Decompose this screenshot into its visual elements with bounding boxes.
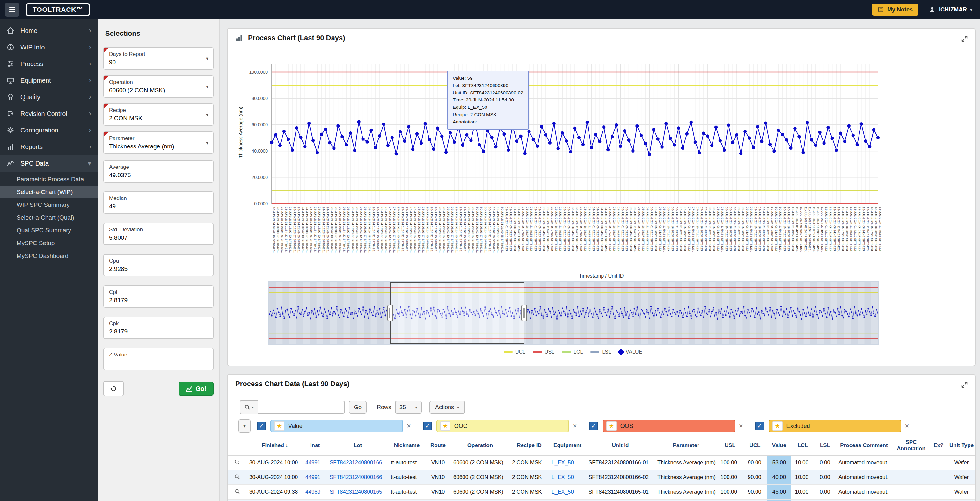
select-field-days-to-report[interactable]: Days to Report90▾ [103, 47, 213, 70]
row-detail-icon[interactable] [228, 485, 247, 499]
sidebar-subitem-myspc-setup[interactable]: MySPC Setup [0, 237, 97, 249]
filter-chip-ooc[interactable]: ★OOC [436, 420, 569, 432]
my-notes-button[interactable]: My Notes [872, 3, 918, 16]
column-header-ex[interactable]: Ex? [930, 436, 947, 455]
legend-item-lsl[interactable]: LSL [590, 349, 611, 355]
menu-toggle-button[interactable] [5, 3, 19, 17]
sidebar-item-configuration[interactable]: Configuration› [0, 122, 97, 139]
filter-checkbox[interactable]: ✓ [423, 421, 432, 431]
remove-filter-icon[interactable]: × [739, 422, 743, 430]
column-header-lcl[interactable]: LCL [791, 436, 814, 455]
column-header-usl[interactable]: USL [717, 436, 743, 455]
column-header-nickname[interactable]: Nickname [388, 436, 425, 455]
column-header-lot[interactable]: Lot [327, 436, 388, 455]
cell-inst[interactable]: 44991 [303, 470, 327, 485]
select-field-parameter[interactable]: ParameterThickness Average (nm)▾ [103, 131, 213, 154]
filter-chip-excluded[interactable]: ★Excluded [768, 420, 901, 432]
search-go-button[interactable]: Go [349, 401, 367, 413]
column-header-equipment[interactable]: Equipment [549, 436, 586, 455]
navigator-handle[interactable] [388, 305, 393, 321]
select-field-operation[interactable]: Operation60600 (2 CON MSK)▾ [103, 75, 213, 97]
svg-text:28-JUN-2024 05:03:27 SFT8423..: 28-JUN-2024 05:03:27 SFT8423.. [422, 207, 425, 253]
column-header-parameter[interactable]: Parameter [655, 436, 717, 455]
svg-text:28-JUN-2024 08:24:45 SFT8423..: 28-JUN-2024 08:24:45 SFT8423.. [426, 207, 430, 253]
legend-item-value[interactable]: VALUE [619, 349, 642, 355]
sidebar-subitem-qual-spc-summary[interactable]: Qual SPC Summary [0, 224, 97, 237]
sidebar-subitem-select-a-chart-qual[interactable]: Select-a-Chart (Qual) [0, 211, 97, 224]
column-header-inst[interactable]: Inst [303, 436, 327, 455]
search-options-button[interactable]: ▾ [240, 400, 258, 414]
table-row[interactable]: 30-AUG-2024 09:3844989SFT84231240800165t… [228, 499, 975, 501]
search-input[interactable] [258, 401, 345, 413]
sidebar-item-home[interactable]: Home› [0, 22, 97, 39]
remove-filter-icon[interactable]: × [573, 422, 577, 430]
topbar-right: My Notes ICHIZMAR ▾ [872, 3, 972, 16]
cell-lot[interactable]: SFT84231240800165 [327, 485, 388, 499]
remove-filter-icon[interactable]: × [407, 422, 411, 430]
row-detail-icon[interactable] [228, 455, 247, 470]
sidebar-item-spc-data[interactable]: SPC Data▾ [0, 155, 97, 172]
actions-button[interactable]: Actions ▾ [430, 401, 465, 413]
sidebar-subitem-parametric-process-data[interactable]: Parametric Process Data [0, 173, 97, 186]
column-header-route[interactable]: Route [425, 436, 451, 455]
expand-icon[interactable] [960, 380, 969, 391]
column-header-spc-annotation[interactable]: SPC Annotation [892, 436, 930, 455]
cell-lot[interactable]: SFT84231240800166 [327, 455, 388, 470]
chart-navigator[interactable] [269, 281, 879, 345]
sidebar-subitem-myspc-dashboard[interactable]: MySPC Dashboard [0, 249, 97, 262]
table-row[interactable]: 30-AUG-2024 10:0044991SFT84231240800166t… [228, 455, 975, 470]
sidebar-item-reports[interactable]: Reports› [0, 139, 97, 155]
cell-lot[interactable]: SFT84231240800166 [327, 470, 388, 485]
filter-chip-value[interactable]: ★Value [270, 420, 403, 432]
cell-inst[interactable]: 44989 [303, 485, 327, 499]
navigator-handle[interactable] [522, 305, 527, 321]
legend-item-ucl[interactable]: UCL [504, 349, 525, 355]
filter-checkbox[interactable]: ✓ [755, 421, 764, 431]
column-header-process-comment[interactable]: Process Comment [836, 436, 892, 455]
reset-button[interactable] [103, 381, 124, 396]
legend-item-usl[interactable]: USL [533, 349, 554, 355]
row-detail-icon[interactable] [228, 499, 247, 501]
cell-equipment[interactable]: L_EX_50 [549, 485, 586, 499]
cell-equipment[interactable]: L_EX_50 [549, 455, 586, 470]
go-button[interactable]: Go! [178, 382, 213, 396]
sidebar-item-revision-control[interactable]: Revision Control› [0, 105, 97, 122]
sidebar-item-equipment[interactable]: Equipment› [0, 72, 97, 89]
row-detail-icon[interactable] [228, 470, 247, 485]
cell-lot[interactable]: SFT84231240800165 [327, 499, 388, 501]
cell-equipment[interactable]: L_EX_50 [549, 470, 586, 485]
navigator-window[interactable] [390, 282, 524, 344]
column-header-recipe-id[interactable]: Recipe ID [509, 436, 549, 455]
filter-checkbox[interactable]: ✓ [589, 421, 598, 431]
expand-icon[interactable] [960, 34, 969, 46]
legend-item-lcl[interactable]: LCL [562, 349, 583, 355]
sidebar-subitem-select-a-chart-wip[interactable]: Select-a-Chart (WIP) [0, 186, 97, 198]
sidebar-item-wip-info[interactable]: WIP Info› [0, 39, 97, 56]
filter-dropdown-button[interactable]: ▾ [239, 419, 251, 433]
cell-inst[interactable]: 44991 [303, 455, 327, 470]
app-logo[interactable]: TOOLTRACK™ [25, 3, 90, 16]
table-row[interactable]: 30-AUG-2024 09:3844989SFT84231240800165t… [228, 485, 975, 499]
svg-text:02-JUL-2024 21:49:55 SFT8423..: 02-JUL-2024 21:49:55 SFT8423.. [559, 207, 562, 252]
select-field-recipe[interactable]: Recipe2 CON MSK▾ [103, 104, 213, 126]
sidebar-item-quality[interactable]: Quality› [0, 89, 97, 105]
column-header-value[interactable]: Value [767, 436, 791, 455]
column-header-unit-id[interactable]: Unit Id [586, 436, 655, 455]
column-header-unit-type[interactable]: Unit Type [947, 436, 975, 455]
column-header-lsl[interactable]: LSL [814, 436, 836, 455]
table-row[interactable]: 30-AUG-2024 10:0044991SFT84231240800166t… [228, 470, 975, 485]
column-header-operation[interactable]: Operation [451, 436, 509, 455]
process-chart[interactable]: 0.000020.000040.000060.000080.0000100.00… [228, 48, 975, 273]
remove-filter-icon[interactable]: × [905, 422, 909, 430]
filter-checkbox[interactable]: ✓ [257, 421, 266, 431]
cell-equipment[interactable]: L_EX_50 [549, 499, 586, 501]
cell-inst[interactable]: 44989 [303, 499, 327, 501]
column-header-finished[interactable]: Finished↓ [247, 436, 303, 455]
column-header-ucl[interactable]: UCL [743, 436, 767, 455]
filter-chip-oos[interactable]: ★OOS [603, 420, 735, 432]
sidebar-subitem-wip-spc-summary[interactable]: WIP SPC Summary [0, 198, 97, 211]
svg-text:01-JUL-2024 11:54:30 SFT8423..: 01-JUL-2024 11:54:30 SFT8423.. [517, 207, 521, 252]
sidebar-item-process[interactable]: Process› [0, 56, 97, 72]
user-menu[interactable]: ICHIZMAR ▾ [929, 6, 972, 13]
rows-select[interactable]: 25 ▾ [395, 401, 422, 413]
